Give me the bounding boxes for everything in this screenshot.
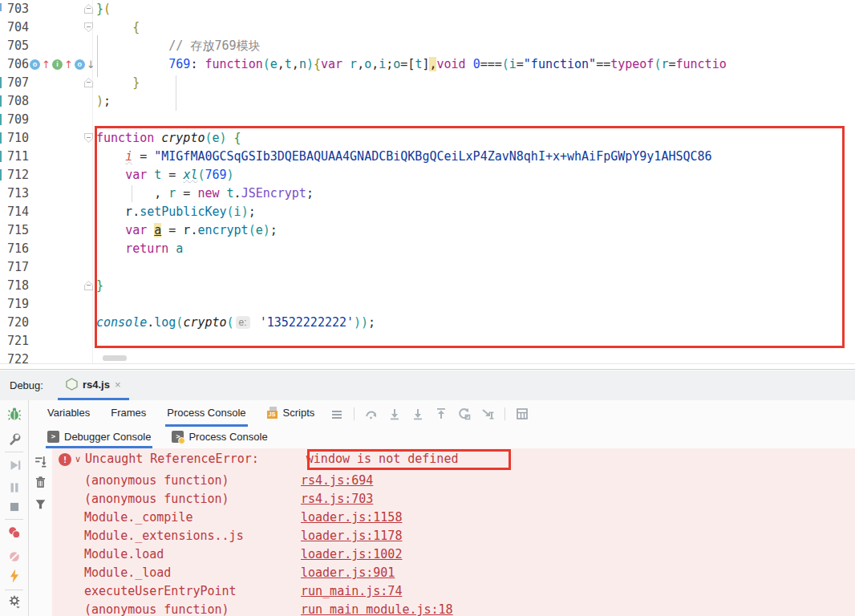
editor-line[interactable]: 708); xyxy=(0,92,855,111)
editor-line[interactable]: 717 xyxy=(0,258,855,277)
fold-gutter[interactable] xyxy=(83,148,96,166)
chevron-down-icon[interactable]: ∨ xyxy=(75,453,81,466)
code-text[interactable] xyxy=(96,332,855,351)
clear-trash-icon[interactable] xyxy=(34,476,47,489)
fold-gutter[interactable] xyxy=(83,184,96,203)
fold-gutter[interactable] xyxy=(83,240,96,258)
line-number[interactable]: 720 xyxy=(0,314,83,332)
tab-frames[interactable]: Frames xyxy=(109,400,148,427)
line-number[interactable]: 703 xyxy=(0,0,83,18)
fold-gutter[interactable] xyxy=(83,0,96,18)
fold-gutter[interactable] xyxy=(83,37,96,55)
editor-line[interactable]: 714 r.setPublicKey(i); xyxy=(0,203,855,221)
close-icon[interactable]: × xyxy=(115,379,121,391)
fold-marker-icon[interactable] xyxy=(84,281,93,290)
line-number[interactable]: 714 xyxy=(0,203,83,221)
gutter-arrow-icon[interactable]: ↓ xyxy=(87,59,95,71)
editor-line[interactable]: 710function crypto(e) { xyxy=(0,129,855,148)
force-step-into-icon[interactable] xyxy=(411,407,424,420)
pause-icon[interactable] xyxy=(7,480,22,495)
code-text[interactable]: , r = new t.JSEncrypt; xyxy=(96,184,855,203)
editor-line[interactable]: 706o↑i↑o↓ 769: function(e,t,n){var r,o,i… xyxy=(0,55,855,74)
fold-gutter[interactable] xyxy=(83,332,96,351)
fold-marker-icon[interactable] xyxy=(84,4,93,14)
code-text[interactable]: return a xyxy=(96,240,855,258)
line-number[interactable]: 722 xyxy=(0,351,83,364)
wrench-icon[interactable] xyxy=(7,432,22,447)
editor-line[interactable]: 713 , r = new t.JSEncrypt; xyxy=(0,184,855,203)
code-text[interactable]: // 存放769模块 xyxy=(96,37,855,55)
tab-scripts[interactable]: JS Scripts xyxy=(265,400,317,427)
code-text[interactable]: }( xyxy=(96,0,855,18)
gutter-arrow-icon[interactable]: ↑ xyxy=(42,59,51,71)
fold-gutter[interactable] xyxy=(83,18,96,37)
fold-gutter[interactable] xyxy=(83,92,96,111)
editor-line[interactable]: 704 { xyxy=(0,18,855,37)
fold-marker-icon[interactable] xyxy=(84,78,93,87)
evaluate-calculator-icon[interactable] xyxy=(516,407,529,420)
menu-icon[interactable] xyxy=(330,407,343,420)
editor-line[interactable]: 722 xyxy=(0,351,855,364)
code-text[interactable] xyxy=(96,111,855,129)
line-number[interactable]: 710 xyxy=(0,129,83,148)
run-to-cursor-icon[interactable] xyxy=(481,407,494,420)
editor-line[interactable]: 707 } xyxy=(0,74,855,92)
code-text[interactable]: 769: function(e,t,n){var r,o,i;o=[t],voi… xyxy=(96,55,855,74)
frame-source-link[interactable]: rs4.js:703 xyxy=(301,490,373,509)
frame-source-link[interactable]: run_main.js:74 xyxy=(301,582,402,601)
tab-debugger-console[interactable]: > Debugger Console xyxy=(46,427,152,448)
code-text[interactable]: ); xyxy=(96,92,855,111)
soft-wrap-icon[interactable] xyxy=(34,455,47,468)
frame-source-link[interactable]: rs4.js:694 xyxy=(301,472,373,490)
line-number[interactable]: 721 xyxy=(0,332,83,351)
line-number[interactable]: 716 xyxy=(0,240,83,258)
drop-frame-icon[interactable] xyxy=(458,407,471,420)
stop-icon[interactable] xyxy=(7,500,22,514)
code-editor[interactable]: 703}(704 {705 // 存放769模块706o↑i↑o↓ 769: f… xyxy=(0,0,855,364)
fold-gutter[interactable] xyxy=(83,111,96,129)
instant-run-bolt-icon[interactable] xyxy=(7,569,22,583)
code-text[interactable]: i = "MIGfMA0GCSqGSIb3DQEBAQUAA4GNADCBiQK… xyxy=(96,148,855,166)
editor-line[interactable]: 719 xyxy=(0,295,855,314)
code-text[interactable]: console.log(crypto(e: '13522222222')); xyxy=(96,314,855,332)
code-text[interactable]: { xyxy=(96,18,855,37)
line-number[interactable]: 704 xyxy=(0,18,83,37)
gutter-badge-icon[interactable]: o xyxy=(30,59,40,70)
resume-icon[interactable] xyxy=(7,458,22,472)
code-text[interactable] xyxy=(96,295,855,314)
fold-gutter[interactable] xyxy=(83,314,96,332)
view-breakpoints-icon[interactable] xyxy=(7,525,22,540)
code-text[interactable] xyxy=(96,258,855,277)
fold-marker-icon[interactable] xyxy=(84,133,93,143)
tab-process-console[interactable]: Process Console xyxy=(165,400,247,427)
frame-source-link[interactable]: loader.js:1178 xyxy=(301,527,402,545)
code-text[interactable]: function crypto(e) { xyxy=(96,129,855,148)
step-out-icon[interactable] xyxy=(435,407,448,420)
line-number[interactable]: 719 xyxy=(0,295,83,314)
frame-source-link[interactable]: loader.js:1158 xyxy=(301,509,402,527)
gutter-badge-icon[interactable]: i xyxy=(52,59,63,70)
line-number[interactable]: 718 xyxy=(0,277,83,295)
line-number[interactable]: 711 xyxy=(0,148,83,166)
frame-source-link[interactable]: run_main_module.js:18 xyxy=(301,601,453,616)
line-number[interactable]: 715 xyxy=(0,221,83,240)
step-over-icon[interactable] xyxy=(365,407,378,420)
gutter-badge-icon[interactable]: o xyxy=(75,59,85,70)
gutter-arrow-icon[interactable]: ↑ xyxy=(64,59,73,71)
fold-gutter[interactable] xyxy=(83,74,96,92)
fold-gutter[interactable] xyxy=(83,221,96,240)
gutter-badges[interactable]: o↑i↑o↓ xyxy=(29,59,96,71)
editor-line[interactable]: 720console.log(crypto(e: '13522222222'))… xyxy=(0,314,855,332)
step-into-icon[interactable] xyxy=(388,407,401,420)
editor-line[interactable]: 721 xyxy=(0,332,855,351)
line-number[interactable]: 713 xyxy=(0,184,83,203)
fold-gutter[interactable] xyxy=(83,258,96,277)
frame-source-link[interactable]: loader.js:901 xyxy=(301,564,395,582)
fold-gutter[interactable] xyxy=(83,203,96,221)
filter-funnel-icon[interactable] xyxy=(34,497,47,511)
code-text[interactable]: r.setPublicKey(i); xyxy=(96,203,855,221)
gear-icon[interactable] xyxy=(7,594,22,609)
code-text[interactable]: } xyxy=(96,74,855,92)
line-number[interactable]: 717 xyxy=(0,258,83,277)
line-number[interactable]: 712 xyxy=(0,166,83,184)
